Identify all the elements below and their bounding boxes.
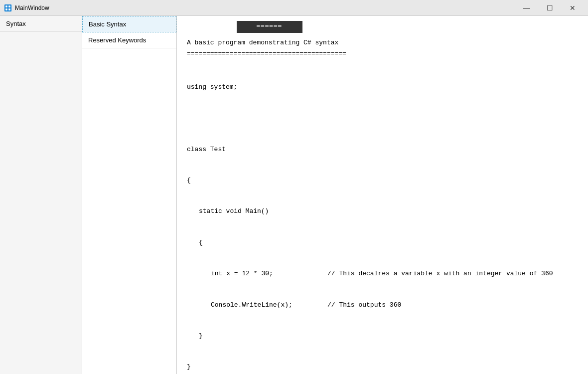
title-bar: MainWindow — ☐ ✕ <box>0 0 588 16</box>
description: A basic program demonstrating C# syntax <box>187 38 578 48</box>
code-line-6: { <box>187 238 578 248</box>
code-line-10: } <box>187 362 578 373</box>
code-line-9: } <box>187 331 578 342</box>
code-line-3: class Test <box>187 145 578 155</box>
code-line-4: { <box>187 176 578 186</box>
svg-rect-2 <box>8 5 10 7</box>
code-line-8: Console.WriteLine(x); // This outputs 36… <box>187 300 578 311</box>
main-content: Syntax Basic Syntax Reserved Keywords ══… <box>0 16 588 374</box>
sidebar-item-syntax[interactable]: Syntax <box>0 16 82 32</box>
maximize-button[interactable]: ☐ <box>538 0 561 16</box>
window-title: MainWindow <box>15 4 515 11</box>
svg-rect-3 <box>5 8 7 10</box>
separator1: ========================================… <box>187 49 578 59</box>
svg-rect-1 <box>5 5 7 7</box>
svg-rect-4 <box>8 8 10 10</box>
sidebar-left: Syntax <box>0 16 82 374</box>
content-area: ══════ A basic program demonstrating C# … <box>177 16 588 374</box>
code-line-1: using system; <box>187 82 578 93</box>
sidebar-mid: Basic Syntax Reserved Keywords <box>82 16 177 374</box>
top-bar: ══════ <box>237 21 302 33</box>
code-line-7: int x = 12 * 30; // This decalres a vari… <box>187 269 578 279</box>
sidebar-mid-item-basic-syntax[interactable]: Basic Syntax <box>82 16 176 32</box>
close-button[interactable]: ✕ <box>561 0 584 16</box>
code-line-5: static void Main() <box>187 206 578 217</box>
code-line-2 <box>187 113 578 124</box>
sidebar-mid-item-reserved-keywords[interactable]: Reserved Keywords <box>82 32 176 48</box>
app-icon <box>4 4 12 12</box>
window-controls: — ☐ ✕ <box>515 0 584 16</box>
code-block: using system; class Test { static void M… <box>187 61 578 374</box>
minimize-button[interactable]: — <box>515 0 538 16</box>
